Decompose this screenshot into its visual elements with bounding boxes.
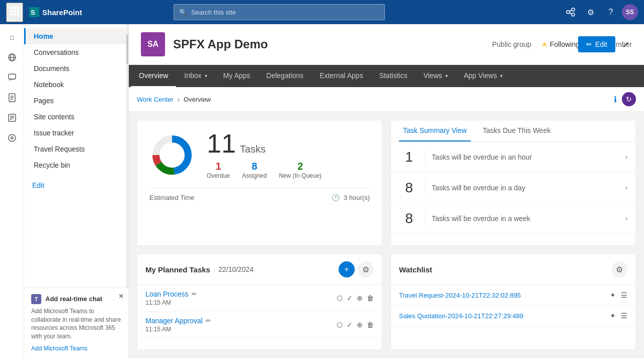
estimated-time-row: Estimated Time 🕐 3 hour(s) [149,187,370,201]
task-detail-chevron-2: › [625,215,627,222]
search-icon: 🔍 [179,9,187,16]
sidebar-nav: Home Conversations Documents Notebook Pa… [24,24,128,177]
connect-icon-button[interactable] [561,3,580,21]
planned-tasks-header: My Planned Tasks 22/10/2024 + ⚙ [137,254,382,285]
tab-views[interactable]: Views ▾ [416,65,456,87]
delete-icon-0[interactable]: 🗑 [367,294,374,302]
sidebar-item-site-contents[interactable]: Site contents [24,109,128,125]
svg-rect-1 [14,7,16,9]
task-detail-row-1[interactable]: 8 Tasks will be overdue in a day › [391,173,635,203]
planned-tasks-settings-button[interactable]: ⚙ [358,261,374,277]
search-placeholder: Search this site [191,9,236,16]
help-icon-button[interactable]: ? [602,3,620,21]
add-microsoft-teams-link[interactable]: Add Microsoft Teams [31,345,121,352]
task-summary-card: 11 Tasks 1 Overdue 8 Assigned [137,120,382,246]
site-title: SPFX App Demo [173,37,268,51]
sidebar-item-notebook[interactable]: Notebook [24,77,128,93]
tab-app-views[interactable]: App Views ▾ [456,65,511,87]
breadcrumb-current: Overview [184,96,211,103]
watchlist-menu-icon-1[interactable]: ☰ [621,312,627,320]
site-logo: SA [141,32,165,56]
settings-icon-button[interactable]: ⚙ [582,3,600,21]
forward-icon-0[interactable]: ⊕ [357,294,363,302]
share-icon-1[interactable]: ⬡ [337,321,343,329]
teams-icon: T [31,294,41,304]
planned-tasks-actions: + ⚙ [339,261,374,277]
watchlist-share-icon-0[interactable]: ✦ [610,291,616,299]
overdue-label: Overdue [207,172,230,179]
tab-inbox[interactable]: Inbox ▾ [176,65,215,87]
task-time-1: 11:15 AM [145,326,333,333]
tab-external-apps[interactable]: External Apps [311,65,371,87]
sidebar-edit-link[interactable]: Edit [24,177,128,193]
sidebar-item-travel-requests[interactable]: Travel Requests [24,141,128,157]
task-detail-row-0[interactable]: 1 Tasks will be overdue in an hour › [391,142,635,173]
sharepoint-logo[interactable]: S SharePoint [29,7,82,17]
check-icon-1[interactable]: ✓ [347,321,353,329]
svg-rect-6 [10,13,13,16]
watchlist-actions-1: ✦ ☰ [610,312,627,320]
edit-pencil-icon-0[interactable]: ✏ [192,291,197,298]
icon-navigation: ⌂ [0,24,24,358]
tab-delegations[interactable]: Delegations [258,65,311,87]
user-avatar[interactable]: SS [622,4,638,20]
teams-banner: ✕ T Add real-time chat Add Microsoft Tea… [24,288,128,358]
nav-globe-icon[interactable] [3,48,21,66]
task-row-0: Loan Process ✏ 11:15 AM ⬡ ✓ ⊕ 🗑 [137,285,382,312]
tasks-label: Tasks [240,144,266,155]
edit-button[interactable]: ✏ Edit [578,36,615,52]
divider [425,180,426,195]
sidebar-item-pages[interactable]: Pages [24,93,128,109]
sidebar-item-home[interactable]: Home [24,28,128,44]
sidebar-item-issue-tracker[interactable]: Issue tracker [24,125,128,141]
refresh-button[interactable]: ↻ [622,92,636,106]
svg-rect-8 [17,13,19,16]
task-detail-text-1: Tasks will be overdue in a day [432,184,619,192]
watchlist-link-0[interactable]: Travel Request-2024-10-21T22:32:02:895 [399,292,606,299]
estimated-time-value: 🕐 3 hour(s) [332,194,370,201]
watchlist-settings-button[interactable]: ⚙ [611,261,627,277]
app-tabs: Overview Inbox ▾ My Apps Delegations Ext… [129,65,644,87]
share-icon-0[interactable]: ⬡ [337,294,343,302]
delete-icon-1[interactable]: 🗑 [367,321,374,329]
svg-text:S: S [31,9,35,16]
edit-pencil-icon-1[interactable]: ✏ [206,317,211,324]
watchlist-menu-icon-0[interactable]: ☰ [621,291,627,299]
svg-point-13 [572,13,575,16]
following-button[interactable]: ★ Following [541,40,580,48]
watchlist-share-icon-1[interactable]: ✦ [610,312,616,320]
sidebar-item-recycle-bin[interactable]: Recycle bin [24,157,128,173]
breadcrumb-actions: ℹ ↻ [614,92,636,106]
task-donut-chart [149,132,195,178]
check-icon-0[interactable]: ✓ [347,294,353,302]
task-row-left-0: Loan Process ✏ 11:15 AM [145,290,333,306]
expand-button[interactable]: ⤢ [619,37,632,52]
tab-overview[interactable]: Overview [131,65,176,87]
breadcrumb-bar: Work Center › Overview ℹ ↻ [129,87,644,112]
info-icon[interactable]: ℹ [614,95,617,104]
tab-task-summary-view[interactable]: Task Summary View [399,120,471,141]
add-task-button[interactable]: + [339,261,355,277]
assigned-label: Assigned [242,172,267,179]
search-bar[interactable]: 🔍 Search this site [174,4,385,20]
task-link-0[interactable]: Loan Process ✏ [145,290,333,298]
task-detail-num-2: 8 [399,210,419,227]
nav-notes-icon[interactable] [3,109,21,127]
nav-home-icon[interactable]: ⌂ [3,28,21,46]
sidebar-item-documents[interactable]: Documents [24,60,128,77]
task-stats: 1 Overdue 8 Assigned 2 New (In Queue) [207,161,321,179]
tab-my-apps[interactable]: My Apps [215,65,259,87]
sidebar-item-conversations[interactable]: Conversations [24,44,128,60]
forward-icon-1[interactable]: ⊕ [357,321,363,329]
tab-statistics[interactable]: Statistics [371,65,416,87]
teams-banner-close-button[interactable]: ✕ [118,292,124,300]
task-link-1[interactable]: Manager Approval ✏ [145,317,333,325]
breadcrumb-parent[interactable]: Work Center [137,96,174,103]
task-detail-row-2[interactable]: 8 Tasks will be overdue in a week › [391,203,635,234]
tab-tasks-due-week[interactable]: Tasks Due This Week [479,120,555,141]
waffle-menu-button[interactable] [6,3,23,22]
nav-doc-icon[interactable] [3,89,21,107]
nav-chat-icon[interactable] [3,68,21,87]
watchlist-link-1[interactable]: Sales Quotation-2024-10-21T22:27:29:489 [399,312,606,320]
nav-add-icon[interactable] [3,129,21,147]
